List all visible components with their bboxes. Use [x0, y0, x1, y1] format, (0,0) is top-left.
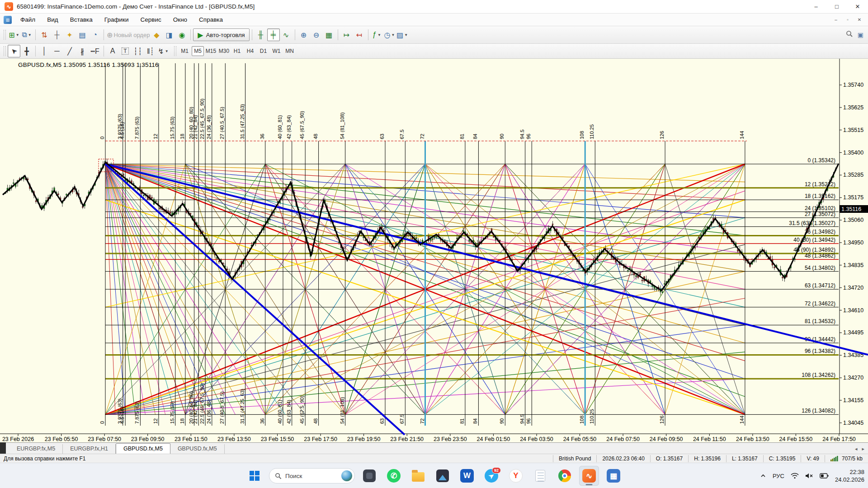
profiles-icon[interactable]: ⧉▼ — [20, 28, 33, 41]
horizontal-line-icon[interactable]: ─ — [51, 45, 63, 57]
svg-text:1.35515: 1.35515 — [843, 127, 863, 133]
timeframe-m1-button[interactable]: M1 — [179, 46, 191, 56]
market-watch-icon[interactable]: ⇅ — [38, 28, 51, 41]
equidistant-channel-icon[interactable]: ∦ — [76, 45, 89, 57]
auto-scroll-icon[interactable]: ↦ — [340, 28, 353, 41]
battery-icon[interactable] — [820, 473, 829, 479]
new-order-button[interactable]: ⊕Новый ордер — [106, 28, 150, 41]
minimize-button[interactable]: – — [806, 0, 826, 14]
toolbar-grip[interactable] — [174, 46, 176, 56]
taskbar-app-instatrader-icon[interactable]: ∿ — [579, 466, 599, 486]
templates-dropdown-arrow[interactable]: ▼ — [404, 33, 408, 37]
taskbar-app-whatsapp-icon[interactable]: ✆ — [384, 466, 404, 486]
chart-tab-eurgbp-m5[interactable]: EURGBP.fx,M5 — [9, 444, 63, 454]
taskbar-app-explorer-icon[interactable] — [408, 466, 428, 486]
vertical-line-icon[interactable]: │ — [38, 45, 51, 57]
data-window-icon[interactable]: ┼ — [51, 28, 63, 41]
fibo-retracement-icon[interactable]: ┅F — [89, 45, 101, 57]
taskbar-app-word-icon[interactable]: W — [457, 466, 477, 486]
chart-window-button-icon[interactable]: ▣ — [858, 31, 863, 38]
new-chart-dropdown-arrow[interactable]: ▼ — [16, 33, 19, 37]
wifi-icon[interactable] — [791, 473, 799, 479]
tile-windows-icon[interactable]: ▦ — [323, 28, 335, 41]
timeframe-h4-button[interactable]: H4 — [244, 46, 256, 56]
tray-chevron-up-icon[interactable] — [760, 473, 766, 479]
timeframe-w1-button[interactable]: W1 — [270, 46, 283, 56]
tab-scroll-right-icon[interactable]: ▸ — [862, 446, 864, 452]
taskbar-app-yandex-icon[interactable]: Y — [506, 466, 526, 486]
timeframe-m30-button[interactable]: M30 — [218, 46, 230, 56]
language-indicator[interactable]: РУС — [773, 473, 784, 479]
taskbar-app-telegram-icon[interactable]: ➤92 — [481, 466, 501, 486]
strategy-tester-icon[interactable]: ◔ — [89, 28, 101, 41]
tab-scroll-left-icon[interactable]: ◂ — [855, 446, 858, 452]
cursor-icon[interactable]: ➤ — [8, 45, 20, 57]
menu-item-window[interactable]: Окно — [167, 14, 193, 25]
chart-line-icon[interactable]: ∿ — [280, 28, 292, 41]
search-icon[interactable] — [846, 30, 853, 39]
timeframe-d1-button[interactable]: D1 — [257, 46, 269, 56]
taskbar-app-notepad-icon[interactable] — [530, 466, 550, 486]
svg-text:23 Feb 21:50: 23 Feb 21:50 — [390, 436, 424, 442]
child-close-button[interactable]: ✕ — [854, 15, 865, 24]
periods-dropdown-arrow[interactable]: ▼ — [392, 33, 395, 37]
timeframe-m5-button[interactable]: M5 — [192, 46, 204, 56]
menu-item-insert[interactable]: Вставка — [64, 14, 99, 25]
mql-editor-icon[interactable]: ◆ — [150, 28, 163, 41]
periods-icon[interactable]: ◷▼ — [383, 28, 396, 41]
close-button[interactable]: ✕ — [847, 0, 868, 14]
templates-icon[interactable]: ▨▼ — [396, 28, 409, 41]
child-restore-button[interactable]: ▫ — [842, 15, 854, 24]
chart-tab-gbpusd-m5-a[interactable]: GBPUSD.fx,M5 — [116, 443, 170, 454]
toolbar-grip[interactable] — [4, 30, 6, 40]
zoom-in-icon[interactable]: ⊕ — [297, 28, 310, 41]
menu-item-file[interactable]: Файл — [14, 14, 41, 25]
arrows-icon[interactable]: ↯▼ — [157, 45, 170, 57]
text-label-icon[interactable]: T — [119, 45, 132, 57]
maximize-button[interactable]: □ — [826, 0, 847, 14]
indicators-dropdown-arrow[interactable]: ▼ — [377, 33, 381, 37]
gann-grid-icon[interactable]: ‖┊ — [144, 45, 157, 57]
new-chart-icon[interactable]: ⊞▼ — [8, 28, 20, 41]
signals-icon[interactable]: ◉ — [175, 28, 188, 41]
timeframe-h1-button[interactable]: H1 — [231, 46, 243, 56]
chart-bars-icon[interactable]: ╫ — [255, 28, 267, 41]
menu-item-charts[interactable]: Графики — [99, 14, 135, 25]
chart-shift-icon[interactable]: ↤ — [353, 28, 366, 41]
chart-tab-gbpusd-m5-b[interactable]: GBPUSD.fx,M5 — [170, 444, 225, 454]
chart-tab-eurgbp-h1[interactable]: EURGBP.fx,H1 — [63, 444, 116, 454]
menu-item-help[interactable]: Справка — [193, 14, 229, 25]
volume-muted-icon[interactable] — [805, 473, 813, 479]
connection-status[interactable]: 707/5 kb — [825, 455, 868, 462]
title-bar: ∿ 65801499: InstaFinance-1Demo.com - Дем… — [0, 0, 868, 14]
indicators-icon[interactable]: ƒ▼ — [371, 28, 383, 41]
autotrading-button[interactable]: ▶Авто-торговля — [193, 28, 249, 41]
chart-area[interactable]: 003.9375 (63)3.9375 (63)4.5 (18)4.5 (18)… — [0, 59, 868, 442]
arrows-dropdown-arrow[interactable]: ▼ — [165, 49, 169, 53]
taskbar-app-dark-app-icon[interactable] — [359, 466, 379, 486]
chart-candles-icon[interactable]: ╪ — [267, 28, 280, 41]
navigator-icon[interactable]: ✦ — [63, 28, 76, 41]
taskbar-app-calculator-icon[interactable]: ▦ — [604, 466, 623, 486]
search-input[interactable]: Поиск — [269, 468, 355, 483]
cycle-lines-icon[interactable]: ┆┆ — [132, 45, 144, 57]
taskbar-clock[interactable]: 22:38 24.02.2026 — [835, 468, 864, 483]
trendline-icon[interactable]: ╱ — [63, 45, 76, 57]
timeframe-mn-button[interactable]: MN — [283, 46, 296, 56]
timeframe-m15-button[interactable]: M15 — [205, 46, 217, 56]
profiles-dropdown-arrow[interactable]: ▼ — [28, 33, 32, 37]
taskbar-app-photos-icon[interactable] — [433, 466, 453, 486]
taskbar-app-chrome-icon[interactable] — [555, 466, 575, 486]
crosshair-icon[interactable]: ╋ — [20, 45, 33, 57]
toolbar-grip[interactable] — [4, 46, 6, 56]
zoom-out-icon[interactable]: ⊖ — [310, 28, 323, 41]
search-highlight-icon[interactable] — [341, 470, 352, 481]
text-icon[interactable]: A — [106, 45, 119, 57]
metaeditor-icon[interactable]: ◨ — [163, 28, 175, 41]
menu-item-view[interactable]: Вид — [41, 14, 64, 25]
menu-item-tools[interactable]: Сервис — [135, 14, 167, 25]
terminal-icon[interactable]: ▤ — [76, 28, 89, 41]
child-minimize-button[interactable]: – — [830, 15, 842, 24]
start-button[interactable] — [245, 466, 264, 486]
chart-canvas[interactable]: 003.9375 (63)3.9375 (63)4.5 (18)4.5 (18)… — [0, 59, 868, 442]
